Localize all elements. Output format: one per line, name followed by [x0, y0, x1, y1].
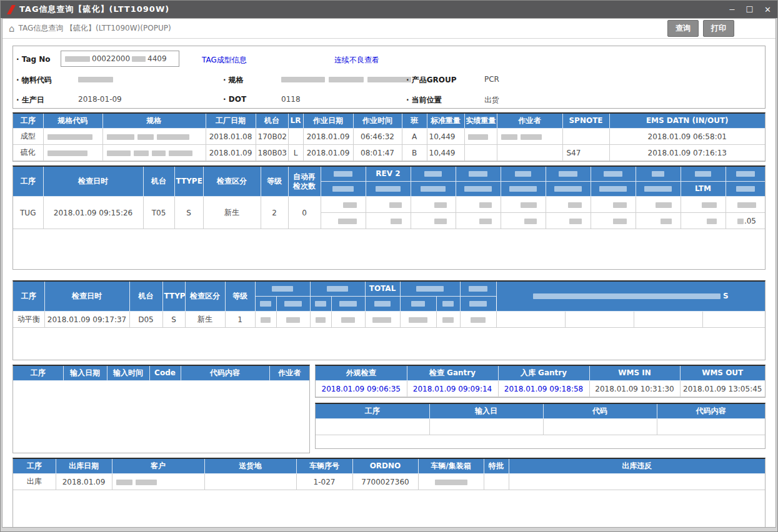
col-header: 工序: [13, 167, 43, 197]
col-header: 检查区分: [203, 167, 261, 197]
outbound-header-row: 工序 出库日期 客户 送货地 车辆序号 ORDNO 车辆/集装箱 特批 出库违反: [13, 459, 765, 474]
product-group-value: PCR: [484, 75, 499, 84]
continuous-defect-link[interactable]: 连续不良查看: [334, 55, 379, 66]
cell-measure-redacted: [456, 197, 501, 213]
redacted-text: [260, 301, 271, 307]
redacted-text: [737, 202, 756, 208]
cell-measure-redacted: [276, 312, 310, 328]
col-header-redacted: [411, 167, 456, 182]
redacted-text: [435, 480, 467, 485]
col-header-redacted: [591, 182, 636, 197]
redacted-text: [737, 219, 744, 224]
process-table-header-row: 工序 规格代码 规格 工厂日期 机台 LR 作业日期 作业时间 班 标准重量 实…: [13, 114, 765, 129]
cell-vehicle-container: [418, 474, 484, 490]
dot-label: · DOT: [223, 95, 246, 104]
redacted-text: [343, 202, 357, 208]
col-header: LTM: [681, 182, 726, 197]
cell-wms-out-time: 2018.01.09 13:05:45: [680, 381, 765, 397]
col-header-redacted: [460, 282, 496, 297]
gantry-table: 外观检查 检查 Gantry 入库 Gantry WMS IN WMS OUT …: [315, 365, 766, 398]
col-header-redacted: [321, 182, 366, 197]
col-header-redacted: [681, 167, 726, 182]
redacted-text: [78, 77, 113, 82]
redacted-text: [315, 301, 326, 307]
redacted-text: [524, 219, 537, 224]
col-header: 作业时间: [353, 114, 402, 129]
redacted-text: [409, 317, 427, 323]
redacted-text: [421, 186, 446, 192]
visible-header-suffix: S: [723, 292, 729, 300]
redacted-text: [284, 301, 302, 307]
outbound-table: 工序 出库日期 客户 送货地 车辆序号 ORDNO 车辆/集装箱 特批 出库违反…: [12, 458, 766, 528]
code-table: 工序 输入日期 输入时间 Code 代码内容 作业者: [12, 365, 310, 453]
tag-no-part1: 00022000: [92, 54, 130, 63]
redacted-text: [604, 171, 622, 177]
redacted-text: [332, 186, 354, 192]
col-header-redacted: [255, 282, 310, 297]
cell-check-category: 新生: [203, 197, 261, 229]
col-header-redacted: [636, 167, 681, 182]
dot-value: 0118: [281, 95, 301, 104]
print-button[interactable]: 打印: [703, 20, 734, 37]
tag-no-input[interactable]: 000220004409: [61, 51, 179, 67]
redacted-text: [559, 171, 577, 177]
cell-measure-redacted: [501, 197, 546, 213]
redacted-text: [286, 317, 300, 323]
tag-no-label: · Tag No: [16, 55, 51, 64]
spec-value: [281, 75, 411, 84]
cell-measure-redacted: [400, 312, 436, 328]
col-header-redacted: [366, 182, 411, 197]
query-button[interactable]: 查询: [667, 20, 699, 37]
cell-measure-redacted: [321, 197, 366, 213]
col-header-redacted: [436, 297, 460, 312]
redacted-text: [367, 77, 411, 82]
home-icon[interactable]: ⌂: [9, 23, 15, 34]
cell-process: 出库: [13, 474, 56, 490]
tag-molding-info-link[interactable]: TAG成型信息: [202, 55, 247, 66]
col-header-redacted: [310, 297, 331, 312]
redacted-text: [695, 171, 711, 177]
cell-work-date: 2018.01.09: [303, 129, 353, 145]
cell-operator: [497, 145, 562, 161]
col-header: 工序: [13, 459, 56, 474]
cell-lr: [288, 129, 303, 145]
cell-work-date: 2018.01.09: [303, 145, 353, 161]
cell-measure-partial: .05: [726, 213, 765, 229]
cell-measure-redacted: [255, 312, 276, 328]
cell-measure-redacted: [636, 197, 681, 213]
maximize-icon[interactable]: ☐: [746, 6, 753, 14]
col-header: 出库违反: [509, 459, 765, 474]
col-header: 输入时间: [107, 366, 149, 381]
cell-actual-weight: [464, 145, 497, 161]
cell-visual-check-time: 2018.01.09 09:06:35: [316, 381, 407, 397]
cell-work-time: 06:46:32: [353, 129, 402, 145]
redacted-text: [334, 171, 352, 177]
minimize-icon[interactable]: ─: [730, 6, 735, 14]
col-header: 工序: [316, 404, 429, 419]
tug-header-row-1: 工序 检查日时 机台 TTYPE 检查区分 等级 自动再检次数 REV 2: [13, 167, 765, 182]
redacted-text: [613, 202, 627, 208]
redacted-text: [107, 150, 131, 156]
col-header: 检查区分: [185, 282, 225, 312]
cell-check-datetime: 2018.01.09 09:17:37: [44, 312, 129, 328]
current-location-value: 出货: [484, 95, 499, 106]
table-row: 硫化 2018.01.09 180B03 L 2018.01.09 08:01:…: [13, 145, 765, 161]
balance-inspection-table: 工序 检查日时 机台 TTYPE 检查区分 等级 TOTAL S: [12, 280, 766, 360]
cell-empty: [702, 312, 765, 328]
col-header-redacted: [501, 167, 546, 182]
redacted-text: [329, 77, 364, 82]
col-header: REV 2: [366, 167, 411, 182]
main-content: ⌂ TAG信息查询 【硫化】(LTT1090W)(POPUP) 查询 打印 · …: [2, 18, 776, 528]
redacted-text: [424, 171, 442, 177]
cell-customer: [112, 474, 204, 490]
cell-shift: A: [402, 129, 427, 145]
redacted-text: [391, 219, 402, 224]
col-header: TOTAL: [365, 282, 400, 297]
col-header: Code: [149, 366, 181, 381]
col-header-redacted: [636, 182, 681, 197]
window-title: TAG信息查询【硫化】(LTT1090W): [19, 4, 169, 15]
cell-grade: 2: [261, 197, 288, 229]
cell-empty: [657, 419, 765, 435]
close-icon[interactable]: ✕: [764, 6, 771, 14]
toolbar: ⌂ TAG信息查询 【硫化】(LTT1090W)(POPUP) 查询 打印: [2, 19, 776, 39]
